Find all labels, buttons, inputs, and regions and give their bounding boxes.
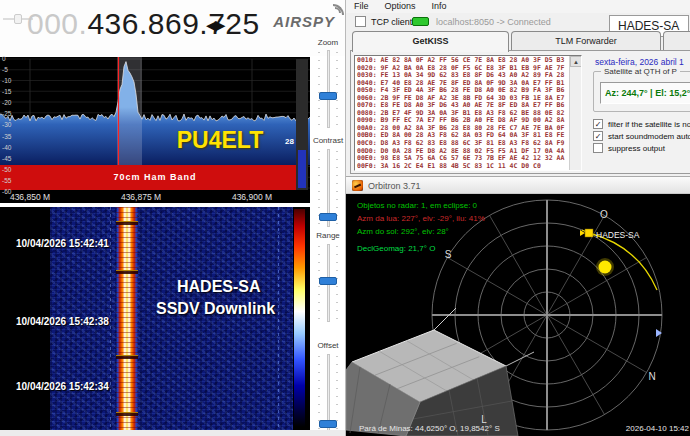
menu-options[interactable]: Options: [377, 0, 424, 11]
tcp-row: TCP client localhost:8050 -> Connected H…: [346, 13, 690, 31]
menu-info[interactable]: Info: [424, 0, 455, 11]
slider-ticks: [336, 356, 338, 429]
frequency-prefix: 000.: [27, 7, 87, 40]
downlink-label-overlay: SSDV Downlink: [156, 300, 275, 318]
offset-slider-thumb[interactable]: [319, 420, 337, 428]
frequency-value[interactable]: 436.869.725: [87, 7, 259, 40]
tab-getkiss[interactable]: GetKISS: [352, 31, 509, 52]
frequency-bar: 000.436.869.725 ◀▶ AIRSPY: [0, 0, 345, 56]
menu-file[interactable]: File: [346, 0, 377, 11]
tcp-client-checkbox[interactable]: [355, 16, 366, 27]
observer-location-status: Pará de Minas: 44,6250° O, 19,8542° S: [359, 424, 500, 433]
orbitron-app-icon: [352, 180, 363, 191]
radio-wave-icon: [333, 4, 344, 15]
range-slider-thumb[interactable]: [319, 277, 337, 285]
connection-status-text: localhost:8050 -> Connected: [436, 17, 551, 27]
satellite-name-overlay: HADES-SA: [177, 278, 261, 296]
band-plan-label: 70cm Ham Band: [60, 172, 250, 182]
screen: { "sdr": { "frequency": { "prefix": "000…: [0, 0, 690, 436]
slider-ticks: [318, 52, 320, 126]
waterfall-panel[interactable]: 10/04/2026 15:42:41 10/04/2026 15:42:38 …: [0, 207, 310, 430]
menu-bar: FileOptionsInfo: [346, 0, 690, 13]
satellite-track-label[interactable]: HADES-SA: [596, 230, 640, 240]
suppress-output-checkbox[interactable]: [593, 143, 603, 153]
range-slider[interactable]: [311, 244, 345, 322]
tcp-client-label: TCP client: [371, 17, 412, 27]
waterfall-timestamp: 10/04/2026 15:42:34: [16, 381, 109, 392]
qth-groupbox: Satellite at QTH of P Az: 244,7° | El: 1…: [593, 71, 690, 112]
snr-value: 28: [280, 137, 294, 146]
band-edge-line: [278, 207, 279, 430]
connection-led-indicator: [412, 17, 429, 26]
freq-tick-label: 436,900 M: [222, 192, 282, 202]
azel-value: Az: 244,7° | El: 15,2°: [605, 88, 690, 98]
frequency-step-arrows[interactable]: ◀▶: [206, 17, 224, 33]
callsign-overlay: PU4ELT: [160, 127, 280, 154]
azel-box: Az: 244,7° | El: 15,2°: [600, 82, 690, 104]
slider-ticks: [318, 356, 320, 429]
moon-azimuth-info: Azm da lua: 227°, elv: -29°, ilu: 41%: [357, 214, 485, 223]
spectrum-panel[interactable]: 0-5-10-15-20-25-30-35-40-45-50-55-60 PU4…: [0, 57, 310, 203]
satellite-marker[interactable]: [585, 229, 593, 237]
frequency-axis: 436,850 M 436,875 M 436,900 M: [0, 190, 310, 203]
hex-dump-text: 0010: AE 82 8A 0F A2 FF 56 CE 7E 8A E8 2…: [357, 57, 564, 170]
sun-marker: [599, 261, 612, 274]
tuning-filter-overlay[interactable]: [117, 57, 142, 165]
frequency-display[interactable]: 000.436.869.725: [27, 7, 260, 41]
sdr-app-window: 000.436.869.725 ◀▶ AIRSPY 0-5-10-15-20-2…: [0, 0, 345, 436]
snr-meter: [296, 59, 308, 190]
offset-slider-label: Offset: [311, 341, 345, 350]
tab-bar: GetKISS TLM Forwarder: [346, 31, 690, 51]
compass-north-label: N: [648, 371, 655, 382]
qth-groupbox-title: Satellite at QTH of P: [601, 67, 680, 76]
tab-truncated[interactable]: [663, 31, 690, 51]
sun-azimuth-info: Azm do sol: 292°, elv: 28°: [357, 227, 449, 236]
sdr-bottom-strip: [0, 430, 345, 436]
soundmodem-checkbox[interactable]: ✓: [593, 131, 603, 141]
contrast-slider-thumb[interactable]: [319, 213, 337, 221]
zoom-slider-thumb[interactable]: [319, 92, 337, 100]
waterfall-timestamp: 10/04/2026 15:42:38: [16, 316, 109, 327]
volume-slider-thumb[interactable]: [14, 14, 22, 24]
compass-south-label: S: [445, 249, 452, 260]
band-plan-strip: 70cm Ham Band: [0, 165, 296, 190]
packet-sync-mark: [116, 270, 138, 274]
freq-tick-label: 436,875 M: [111, 192, 171, 202]
filter-checkbox-label: filter if the satellite is not: [608, 120, 690, 129]
packet-sync-mark: [116, 355, 138, 359]
slider-ticks: [336, 52, 338, 126]
freq-step-up-icon[interactable]: ▶: [215, 17, 224, 33]
clock-status: 2026-04-10 15:42: [626, 424, 689, 433]
contrast-slider[interactable]: [311, 149, 345, 227]
orbitron-title: Orbitron 3.71: [368, 181, 421, 191]
filter-checkbox[interactable]: ✓: [593, 119, 603, 129]
packet-sync-mark: [116, 221, 138, 225]
waterfall-signal-trace: [116, 207, 138, 430]
packet-sync-mark: [116, 412, 138, 416]
soundmodem-checkbox-label: start soundmodem autom: [608, 132, 690, 141]
geomag-declination-info: DeclGeomag: 21,7° O: [357, 244, 435, 253]
current-date-text: sexta-feira, 2026 abril 1: [595, 57, 690, 67]
tab-content: 0010: AE 82 8A 0F A2 FF 56 CE 7E 8A E8 2…: [350, 50, 690, 174]
orbitron-window: Orbitron 3.71 Objetos no radar: 1, em ec…: [345, 176, 690, 436]
orbitron-title-bar[interactable]: Orbitron 3.71: [346, 176, 690, 194]
range-slider-label: Range: [311, 231, 345, 240]
scroll-up-icon[interactable]: ▲: [570, 56, 582, 67]
kiss-hex-dump-panel[interactable]: 0010: AE 82 8A 0F A2 FF 56 CE 7E 8A E8 2…: [354, 55, 582, 171]
suppress-checkbox-label: suppress output: [608, 144, 665, 153]
hex-scrollbar[interactable]: ▲: [569, 56, 581, 170]
zoom-slider-track[interactable]: [327, 50, 330, 128]
radar-display: Objetos no radar: 1, em eclipse: 0 Azm d…: [346, 194, 690, 436]
getkiss-window: FileOptionsInfo TCP client localhost:805…: [345, 0, 690, 176]
satellite-info-panel: sexta-feira, 2026 abril 1 Satellite at Q…: [587, 51, 690, 175]
snr-meter-fill: [298, 150, 306, 188]
zoom-slider-label: Zoom: [311, 38, 345, 47]
compass-west-label: O: [600, 209, 608, 220]
radar-objects-info: Objetos no radar: 1, em eclipse: 0: [357, 201, 477, 210]
offset-slider[interactable]: [311, 354, 345, 431]
tab-tlm-forwarder[interactable]: TLM Forwarder: [511, 31, 661, 51]
zoom-slider[interactable]: [311, 50, 345, 128]
waterfall-timestamp: 10/04/2026 15:42:41: [16, 238, 109, 249]
waterfall-color-scale: [294, 209, 305, 427]
freq-step-down-icon[interactable]: ◀: [206, 17, 215, 33]
